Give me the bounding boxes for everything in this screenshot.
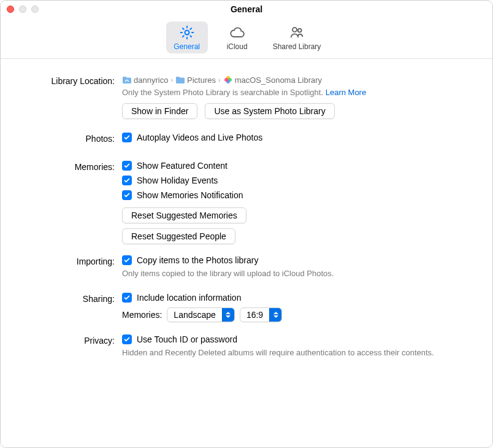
select-arrows-icon — [222, 308, 234, 322]
checkbox-label: Show Featured Content — [137, 161, 227, 171]
people-icon — [288, 24, 305, 41]
path-text: Pictures — [187, 75, 216, 85]
checkbox-label: Copy items to the Photos library — [137, 255, 258, 265]
importing-row: Importing: Copy items to the Photos libr… — [19, 255, 474, 282]
path-seg-pictures: Pictures — [175, 75, 216, 85]
content-area: Library Location: dannyrico › Pictu — [1, 59, 492, 447]
library-location-label: Library Location: — [19, 75, 122, 86]
sharing-row: Sharing: Include location information Me… — [19, 293, 474, 322]
photos-row: Photos: Autoplay Videos and Live Photos — [19, 133, 474, 147]
use-as-system-library-button[interactable]: Use as System Photo Library — [205, 103, 334, 119]
privacy-note: Hidden and Recently Deleted albums will … — [122, 348, 441, 357]
svg-rect-4 — [123, 77, 126, 79]
privacy-row: Privacy: Use Touch ID or password Hidden… — [19, 334, 474, 361]
checkbox-checked-icon — [122, 161, 132, 171]
path-seg-library: macOS_Sonoma Library — [223, 75, 322, 85]
checkbox-checked-icon — [122, 190, 132, 200]
memories-row: Memories: Show Featured Content Show Hol… — [19, 161, 474, 247]
chevron-right-icon: › — [218, 76, 221, 83]
chevron-right-icon: › — [170, 76, 173, 83]
tab-label: iCloud — [227, 42, 248, 51]
home-folder-icon — [122, 75, 132, 85]
featured-content-checkbox-row[interactable]: Show Featured Content — [122, 161, 474, 171]
tab-label: General — [174, 42, 200, 51]
show-in-finder-button[interactable]: Show in Finder — [122, 103, 197, 119]
checkbox-checked-icon — [122, 334, 132, 344]
preferences-window: General General iCloud — [0, 0, 493, 448]
svg-point-1 — [292, 28, 297, 32]
holiday-events-checkbox-row[interactable]: Show Holiday Events — [122, 176, 474, 185]
checkbox-checked-icon — [122, 255, 132, 265]
privacy-label: Privacy: — [19, 334, 122, 346]
importing-label: Importing: — [19, 255, 122, 266]
select-value: 16:9 — [240, 310, 269, 320]
select-arrows-icon — [269, 308, 281, 322]
library-location-body: dannyrico › Pictures › — [122, 75, 474, 119]
reset-suggested-people-button[interactable]: Reset Suggested People — [122, 228, 235, 244]
learn-more-link[interactable]: Learn More — [326, 88, 366, 97]
copy-items-checkbox-row[interactable]: Copy items to the Photos library — [122, 255, 474, 265]
aspect-ratio-select[interactable]: 16:9 — [240, 307, 282, 322]
include-location-checkbox-row[interactable]: Include location information — [122, 293, 474, 303]
library-location-row: Library Location: dannyrico › Pictu — [19, 75, 474, 119]
checkbox-label: Use Touch ID or password — [137, 334, 237, 344]
checkbox-checked-icon — [122, 133, 132, 142]
window-title: General — [1, 4, 492, 14]
sharing-memories-options: Memories: Landscape 16:9 — [122, 307, 474, 322]
cloud-icon — [229, 24, 246, 41]
orientation-select[interactable]: Landscape — [167, 307, 235, 322]
importing-note: Only items copied to the library will up… — [122, 269, 441, 278]
checkbox-label: Show Memories Notification — [137, 190, 243, 200]
checkbox-checked-icon — [122, 293, 132, 303]
svg-point-2 — [298, 29, 302, 33]
sharing-label: Sharing: — [19, 293, 122, 304]
svg-rect-6 — [176, 77, 180, 79]
titlebar: General — [1, 1, 492, 18]
path-text: dannyrico — [134, 75, 168, 85]
path-seg-home: dannyrico — [122, 75, 168, 85]
gear-icon — [178, 24, 196, 41]
photos-label: Photos: — [19, 133, 122, 144]
memories-label: Memories: — [19, 161, 122, 172]
library-location-description: Only the System Photo Library is searcha… — [122, 88, 474, 97]
folder-icon — [175, 75, 185, 85]
path-text: macOS_Sonoma Library — [235, 75, 322, 85]
photos-library-icon — [223, 75, 233, 85]
reset-suggested-memories-button[interactable]: Reset Suggested Memories — [122, 207, 246, 223]
autoplay-checkbox-row[interactable]: Autoplay Videos and Live Photos — [122, 133, 474, 142]
tab-label: Shared Library — [273, 42, 321, 51]
tab-general[interactable]: General — [166, 21, 208, 53]
tab-shared-library[interactable]: Shared Library — [267, 21, 327, 53]
tab-icloud[interactable]: iCloud — [216, 21, 258, 53]
library-location-buttons: Show in Finder Use as System Photo Libra… — [122, 103, 474, 119]
svg-point-10 — [224, 78, 228, 82]
library-path-breadcrumb[interactable]: dannyrico › Pictures › — [122, 75, 474, 85]
checkbox-label: Autoplay Videos and Live Photos — [137, 133, 262, 142]
memories-format-label: Memories: — [122, 310, 162, 320]
checkbox-checked-icon — [122, 176, 132, 185]
touch-id-checkbox-row[interactable]: Use Touch ID or password — [122, 334, 474, 344]
memories-notification-checkbox-row[interactable]: Show Memories Notification — [122, 190, 474, 200]
checkbox-label: Include location information — [137, 293, 241, 303]
checkbox-label: Show Holiday Events — [137, 176, 218, 185]
toolbar-tabs: General iCloud Shared Library — [1, 18, 492, 59]
select-value: Landscape — [167, 310, 222, 320]
svg-point-0 — [185, 31, 189, 35]
